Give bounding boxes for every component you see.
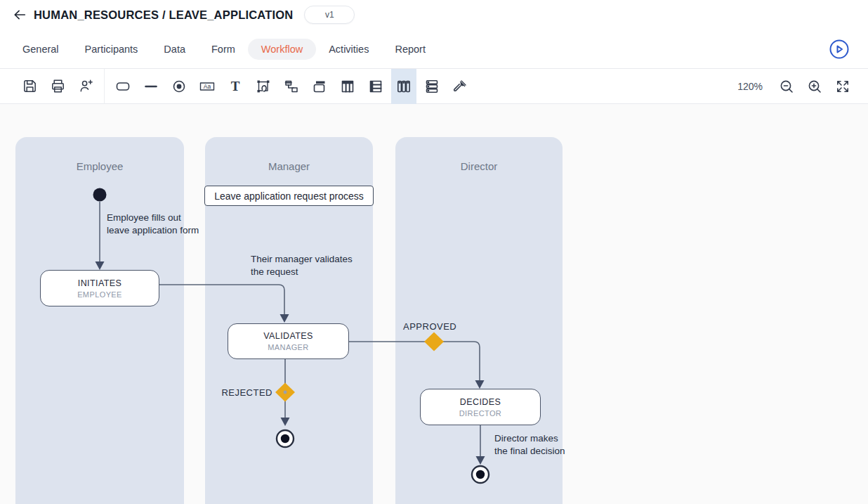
zoom-level: 120% [737, 81, 763, 92]
stacked-rows-icon [423, 78, 440, 95]
arrowhead [476, 456, 485, 465]
add-participant-button[interactable] [73, 69, 98, 104]
print-icon [50, 78, 66, 94]
person-add-icon [78, 78, 94, 94]
process-title-box[interactable]: Leave application request process [204, 186, 374, 206]
connector-validates-to-decides[interactable] [349, 342, 480, 380]
toolbar-divider [104, 69, 105, 104]
fullscreen-icon [834, 78, 851, 95]
task-name: VALIDATES [263, 331, 313, 341]
tab-general[interactable]: General [22, 38, 59, 60]
arrowhead [280, 314, 289, 323]
start-node[interactable] [93, 188, 107, 202]
table-columns-tool[interactable] [335, 69, 360, 104]
text-tool[interactable]: T [223, 69, 248, 104]
annotation-line: the request [251, 266, 353, 278]
tab-participants[interactable]: Participants [85, 38, 138, 60]
zoom-in-icon [806, 78, 823, 95]
label-aa-icon: Aa [198, 78, 216, 95]
save-button[interactable] [17, 69, 42, 104]
annotation-line: Director makes [494, 432, 565, 445]
task-validates[interactable]: VALIDATES MANAGER [228, 323, 349, 359]
table-columns-icon [339, 78, 356, 95]
vertical-lanes-icon [395, 78, 412, 95]
pool-tool[interactable] [307, 69, 332, 104]
eyedropper-tool[interactable] [447, 69, 473, 104]
transform-tool[interactable] [251, 69, 276, 104]
gateway-rejected-dot [284, 391, 287, 394]
save-icon [22, 78, 38, 94]
tab-form[interactable]: Form [211, 38, 235, 60]
print-button[interactable] [45, 69, 70, 104]
tab-data[interactable]: Data [164, 38, 185, 60]
fullscreen-button[interactable] [830, 69, 855, 104]
gateway-rejected-label: REJECTED [209, 387, 272, 398]
page-title: HUMAN_RESOURCES / LEAVE_APPLICATION [34, 8, 293, 22]
arrowhead [475, 380, 485, 389]
task-name: DECIDES [460, 397, 501, 407]
line-icon [143, 78, 159, 95]
tab-workflow[interactable]: Workflow [248, 39, 316, 60]
pool-icon [311, 78, 328, 95]
annotation-manager-validates: Their manager validates the request [251, 253, 353, 278]
stacked-rows-tool[interactable] [419, 69, 445, 104]
tab-report[interactable]: Report [395, 38, 426, 60]
line-tool[interactable] [138, 69, 164, 104]
hierarchy-icon [283, 78, 300, 95]
workflow-canvas[interactable]: Employee Manager Director Leave applicat… [0, 104, 868, 504]
end-node-director-dot [476, 470, 485, 479]
label-tool[interactable]: Aa [195, 69, 220, 104]
task-name: INITIATES [78, 278, 121, 288]
start-node-tool[interactable] [166, 69, 192, 104]
task-role: DIRECTOR [459, 409, 501, 418]
vertical-lanes-tool[interactable] [391, 69, 416, 104]
annotation-line: Employee fills out [107, 212, 199, 224]
annotation-line: the final decision [494, 445, 565, 458]
hierarchy-tool[interactable] [279, 69, 304, 104]
svg-text:T: T [231, 79, 240, 93]
task-decides[interactable]: DECIDES DIRECTOR [420, 389, 541, 425]
annotation-director-decision: Director makes the final decision [494, 432, 565, 458]
text-t-icon: T [227, 78, 244, 95]
task-role: MANAGER [268, 343, 308, 351]
zoom-out-icon [778, 78, 795, 95]
annotation-line: Their manager validates [251, 253, 353, 266]
zoom-out-button[interactable] [774, 69, 799, 104]
svg-text:Aa: Aa [204, 82, 211, 89]
tab-activities[interactable]: Activities [329, 38, 369, 60]
play-icon [829, 39, 849, 59]
zoom-in-button[interactable] [802, 69, 827, 104]
connector-initiates-to-validates[interactable] [159, 285, 284, 314]
rounded-rect-icon [114, 78, 131, 95]
arrowhead [281, 418, 290, 426]
task-initiates[interactable]: INITIATES EMPLOYEE [40, 270, 159, 306]
tab-bar: General Participants Data Form Workflow … [0, 30, 868, 68]
run-workflow-button[interactable] [829, 39, 849, 59]
eyedropper-icon [452, 78, 468, 95]
gateway-approved-diamond[interactable] [424, 332, 444, 351]
transform-icon [255, 78, 272, 95]
radio-circle-icon [171, 78, 188, 95]
task-role: EMPLOYEE [77, 290, 122, 299]
annotation-employee-fills: Employee fills out leave application for… [107, 212, 199, 237]
workflow-toolbar: Aa T [0, 68, 868, 104]
toolbar-zoom-group: 120% [737, 69, 868, 104]
end-node-manager-dot [281, 434, 289, 443]
gateway-approved-label: APPROVED [403, 321, 456, 332]
arrowhead [96, 261, 105, 270]
rows-left-bar-tool[interactable] [363, 69, 388, 104]
annotation-line: leave application form [107, 224, 199, 237]
rows-left-bar-icon [367, 78, 384, 95]
back-button[interactable] [10, 5, 29, 25]
rounded-rect-tool[interactable] [110, 69, 136, 104]
version-badge[interactable]: v1 [304, 6, 355, 24]
app-header: HUMAN_RESOURCES / LEAVE_APPLICATION v1 [0, 0, 868, 30]
back-arrow-icon [12, 7, 27, 22]
